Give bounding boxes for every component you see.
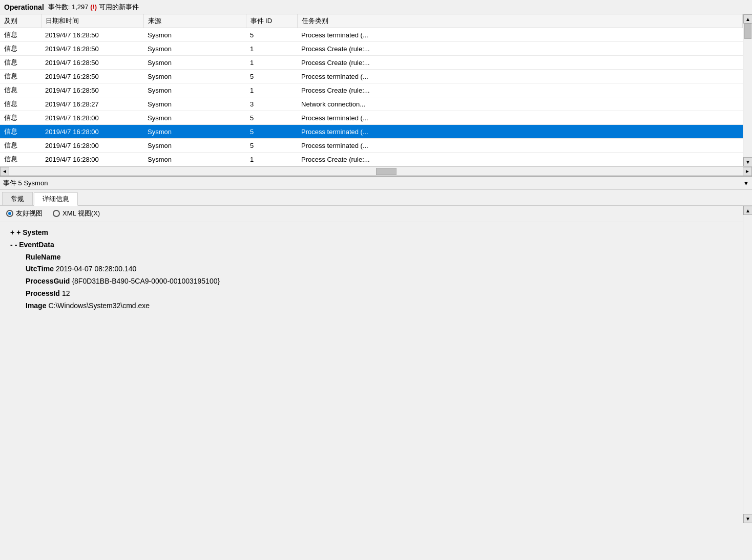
view-options-bar: 友好视图 XML 视图(X)	[0, 206, 743, 222]
cell-datetime: 2019/4/7 16:28:50	[41, 56, 143, 70]
detail-key: Image	[26, 300, 46, 312]
cell-level: 信息	[0, 125, 41, 139]
detail-key: ProcessGuid	[26, 275, 70, 288]
cell-task: Process Create (rule:...	[297, 153, 743, 166]
scroll-right-btn[interactable]: ►	[743, 167, 752, 176]
table-row[interactable]: 信息2019/4/7 16:28:00Sysmon1Process Create…	[0, 153, 743, 166]
detail-value: 12	[62, 288, 70, 300]
detail-row-image: ImageC:\Windows\System32\cmd.exe	[10, 300, 733, 312]
table-row[interactable]: 信息2019/4/7 16:28:00Sysmon5Process termin…	[0, 125, 743, 139]
cell-source: Sysmon	[143, 56, 246, 70]
eventdata-label: - EventData	[15, 239, 54, 251]
cell-level: 信息	[0, 70, 41, 83]
system-toggle: +	[10, 227, 14, 239]
detail-row-utctime: UtcTime2019-04-07 08:28:00.140	[10, 263, 733, 275]
eventdata-tree-item[interactable]: - - EventData	[10, 239, 733, 251]
table-row[interactable]: 信息2019/4/7 16:28:50Sysmon5Process termin…	[0, 28, 743, 42]
cell-eventid: 5	[246, 139, 297, 153]
cell-datetime: 2019/4/7 16:28:50	[41, 42, 143, 56]
event-table: 及别 日期和时间 来源 事件 ID 任务类别 信息2019/4/7 16:28:…	[0, 14, 743, 166]
cell-eventid: 5	[246, 28, 297, 42]
table-row[interactable]: 信息2019/4/7 16:28:50Sysmon1Process Create…	[0, 56, 743, 70]
cell-eventid: 5	[246, 70, 297, 83]
cell-source: Sysmon	[143, 97, 246, 111]
detail-value: {8F0D31BB-B490-5CA9-0000-001003195100}	[72, 275, 220, 288]
table-row[interactable]: 信息2019/4/7 16:28:27Sysmon3Network connec…	[0, 97, 743, 111]
event-count: 事件数: 1,297 (!) 可用的新事件	[48, 3, 139, 12]
cell-task: Process terminated (...	[297, 111, 743, 125]
radio-xml-label: XML 视图(X)	[62, 209, 100, 218]
cell-task: Process Create (rule:...	[297, 56, 743, 70]
table-row[interactable]: 信息2019/4/7 16:28:00Sysmon5Process termin…	[0, 139, 743, 153]
col-header-datetime[interactable]: 日期和时间	[41, 14, 143, 28]
cell-datetime: 2019/4/7 16:28:00	[41, 125, 143, 139]
cell-datetime: 2019/4/7 16:28:00	[41, 111, 143, 125]
table-header-row: 及别 日期和时间 来源 事件 ID 任务类别	[0, 14, 743, 28]
detail-key: UtcTime	[26, 263, 54, 275]
radio-friendly-label: 友好视图	[16, 209, 43, 218]
cell-task: Process Create (rule:...	[297, 42, 743, 56]
cell-level: 信息	[0, 28, 41, 42]
scroll-left-btn[interactable]: ◄	[0, 167, 9, 176]
detail-vertical-scrollbar[interactable]: ▲ ▼	[743, 206, 752, 523]
cell-datetime: 2019/4/7 16:28:00	[41, 153, 143, 166]
detail-value: 2019-04-07 08:28:00.140	[56, 263, 136, 275]
detail-key: ProcessId	[26, 288, 60, 300]
cell-datetime: 2019/4/7 16:28:50	[41, 70, 143, 83]
cell-level: 信息	[0, 111, 41, 125]
cell-eventid: 3	[246, 97, 297, 111]
detail-row-processguid: ProcessGuid{8F0D31BB-B490-5CA9-0000-0010…	[10, 275, 733, 288]
header-bar: Operational 事件数: 1,297 (!) 可用的新事件	[0, 0, 752, 14]
cell-datetime: 2019/4/7 16:28:50	[41, 28, 143, 42]
scroll-track[interactable]	[743, 24, 752, 157]
cell-level: 信息	[0, 153, 41, 166]
cell-level: 信息	[0, 97, 41, 111]
table-row[interactable]: 信息2019/4/7 16:28:00Sysmon5Process termin…	[0, 111, 743, 125]
col-header-task[interactable]: 任务类别	[297, 14, 743, 28]
tab-general[interactable]: 常规	[2, 192, 33, 205]
table-row[interactable]: 信息2019/4/7 16:28:50Sysmon5Process termin…	[0, 70, 743, 83]
cell-datetime: 2019/4/7 16:28:27	[41, 97, 143, 111]
tab-detail[interactable]: 详细信息	[34, 192, 78, 206]
detail-key: RuleName	[26, 251, 60, 264]
cell-eventid: 1	[246, 83, 297, 97]
cell-source: Sysmon	[143, 111, 246, 125]
cell-level: 信息	[0, 139, 41, 153]
table-vertical-scrollbar[interactable]: ▲ ▼	[743, 14, 752, 166]
detail-content-wrapper: 友好视图 XML 视图(X) + + System - - EventData …	[0, 206, 743, 523]
cell-source: Sysmon	[143, 42, 246, 56]
radio-friendly-view[interactable]: 友好视图	[6, 209, 43, 218]
scroll-up-btn[interactable]: ▲	[743, 14, 752, 24]
event-info-text: 事件 5 Sysmon	[3, 179, 48, 188]
eventdata-toggle: -	[10, 239, 13, 251]
cell-task: Process terminated (...	[297, 28, 743, 42]
log-title: Operational	[4, 3, 44, 11]
table-row[interactable]: 信息2019/4/7 16:28:50Sysmon1Process Create…	[0, 42, 743, 56]
detail-scroll-down[interactable]: ▼	[743, 514, 752, 523]
cell-task: Process terminated (...	[297, 125, 743, 139]
scroll-thumb[interactable]	[744, 24, 751, 39]
scroll-down-btn[interactable]: ▼	[743, 157, 752, 166]
detail-scroll-track[interactable]	[743, 215, 752, 514]
event-info-bar: 事件 5 Sysmon ▼	[0, 177, 752, 190]
h-scroll-thumb[interactable]	[376, 168, 396, 175]
detail-row-rulename: RuleName	[10, 251, 733, 264]
radio-xml-view[interactable]: XML 视图(X)	[53, 209, 100, 218]
cell-source: Sysmon	[143, 70, 246, 83]
cell-task: Process terminated (...	[297, 139, 743, 153]
table-horizontal-scrollbar[interactable]: ◄ ►	[0, 166, 752, 176]
col-header-eventid[interactable]: 事件 ID	[246, 14, 297, 28]
collapse-button[interactable]: ▼	[743, 180, 749, 186]
system-tree-item[interactable]: + + System	[10, 227, 733, 239]
event-table-container: 及别 日期和时间 来源 事件 ID 任务类别 信息2019/4/7 16:28:…	[0, 14, 752, 177]
cell-eventid: 5	[246, 125, 297, 139]
cell-eventid: 1	[246, 42, 297, 56]
cell-eventid: 1	[246, 56, 297, 70]
cell-level: 信息	[0, 83, 41, 97]
cell-eventid: 5	[246, 111, 297, 125]
detail-scroll-up[interactable]: ▲	[743, 206, 752, 215]
h-scroll-track[interactable]	[9, 167, 743, 176]
col-header-source[interactable]: 来源	[143, 14, 246, 28]
table-row[interactable]: 信息2019/4/7 16:28:50Sysmon1Process Create…	[0, 83, 743, 97]
col-header-level[interactable]: 及别	[0, 14, 41, 28]
